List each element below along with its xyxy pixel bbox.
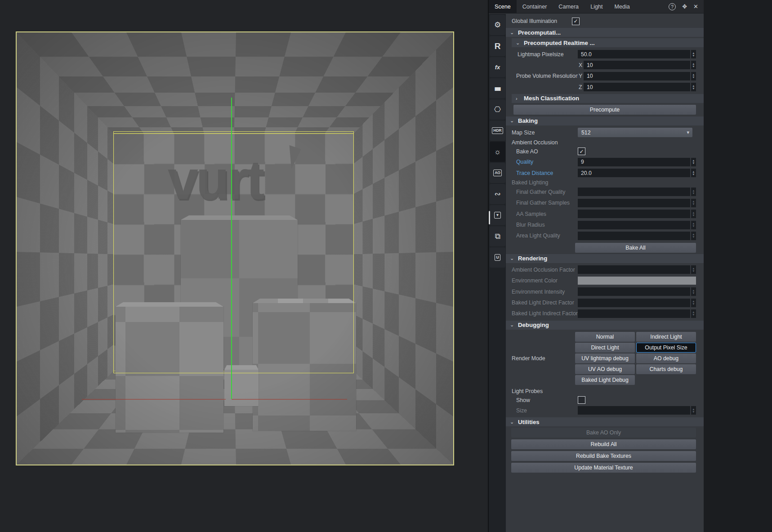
axis-y-label: Y	[578, 73, 584, 79]
section-utilities[interactable]: Utilities	[506, 417, 704, 426]
effects-icon[interactable]: fx	[490, 57, 505, 77]
bake-ao-label: Bake AO	[506, 148, 578, 155]
precompute-button[interactable]: Precompute	[513, 105, 696, 115]
area-light-quality-label: Area Light Quality	[506, 232, 578, 239]
lightmap-pixelsize-row: Lightmap Pixelsize 50.0	[506, 49, 704, 59]
window-buttons: ? ✥ ✕	[669, 0, 704, 13]
blocks-icon[interactable]: ▆▆	[490, 78, 505, 98]
rebuild-all-button[interactable]: Rebuild All	[511, 439, 696, 449]
spinner	[690, 188, 696, 196]
mode-normal-button[interactable]: Normal	[575, 332, 635, 342]
update-material-texture-button[interactable]: Update Material Texture	[511, 463, 696, 473]
mode-charts-debug-button[interactable]: Charts debug	[636, 364, 696, 374]
mode-uv-lightmap-debug-button[interactable]: UV lightmap debug	[575, 353, 635, 363]
baked-light-indirect-factor-label: Baked Light Indirect Factor	[506, 310, 578, 317]
spinner	[690, 199, 696, 207]
trace-distance-label: Trace Distance	[506, 170, 578, 176]
map-size-dropdown[interactable]: 512	[578, 128, 692, 137]
red-axis-line-right	[232, 399, 347, 400]
probe-resolution-y-input[interactable]: 10	[584, 72, 696, 80]
panel-content: Global Illumination Precomputati... Prec…	[506, 14, 704, 532]
trace-distance-row: Trace Distance 20.0	[506, 167, 704, 178]
environment-color-swatch[interactable]	[578, 277, 696, 285]
engine-logo-icon[interactable]: R	[490, 36, 505, 56]
chevron-down-icon	[510, 118, 514, 124]
tab-media[interactable]: Media	[608, 0, 635, 13]
spinner[interactable]	[690, 72, 696, 80]
settings-gear-icon[interactable]: ⚙	[490, 15, 505, 35]
ambient-occlusion-group-label-row: Ambient Occlusion	[506, 139, 704, 147]
chevron-right-icon	[516, 96, 520, 101]
mode-indirect-light-button[interactable]: Indirect Light	[636, 332, 696, 342]
probe-resolution-x-input[interactable]: 10	[584, 61, 696, 69]
global-illumination-checkbox[interactable]	[572, 18, 580, 25]
probe-resolution-z-row: Z 10	[506, 82, 704, 93]
spinner	[690, 221, 696, 229]
render-mode-label: Render Mode	[506, 355, 575, 362]
trace-distance-input[interactable]: 20.0	[578, 169, 696, 177]
empty-background	[704, 0, 772, 532]
size-input	[578, 406, 696, 415]
section-rendering[interactable]: Rendering	[506, 254, 704, 263]
chevron-down-icon	[510, 30, 514, 36]
section-mesh-classification[interactable]: Mesh Classification	[512, 94, 704, 103]
quality-input[interactable]: 9	[578, 158, 696, 166]
render-view[interactable]: vurt	[16, 31, 454, 465]
environment-intensity-input	[578, 287, 696, 296]
rebuild-bake-textures-button[interactable]: Rebuild Bake Textures	[511, 451, 696, 461]
spinner[interactable]	[690, 158, 696, 166]
fullscreen-icon[interactable]: ✥	[682, 3, 687, 10]
hdr-icon[interactable]: HDR	[490, 121, 505, 141]
material-swirl-icon[interactable]: ∾	[490, 184, 505, 204]
spinner[interactable]	[690, 83, 696, 91]
bake-ao-checkbox[interactable]	[578, 148, 585, 155]
final-gather-samples-row: Final Gather Samples	[506, 197, 704, 208]
spinner	[690, 265, 696, 274]
section-precomputation[interactable]: Precomputati...	[506, 28, 704, 37]
aa-samples-input	[578, 210, 696, 218]
probe-resolution-z-input[interactable]: 10	[584, 83, 696, 91]
aa-samples-row: AA Samples	[506, 209, 704, 219]
spinner[interactable]	[690, 61, 696, 69]
tab-scene[interactable]: Scene	[489, 0, 517, 13]
mode-direct-light-button[interactable]: Direct Light	[575, 343, 635, 353]
close-icon[interactable]: ✕	[693, 3, 698, 10]
scroll-indicator[interactable]	[489, 211, 490, 224]
section-debugging[interactable]: Debugging	[506, 321, 704, 330]
archive-icon[interactable]: U	[490, 247, 505, 268]
bake-all-button[interactable]: Bake All	[575, 243, 696, 253]
quality-label: Quality	[506, 159, 578, 165]
texture-export-icon[interactable]: ▼	[490, 205, 505, 225]
mode-output-pixel-size-button[interactable]: Output Pixel Size	[636, 343, 696, 353]
mode-baked-light-debug-button[interactable]: Baked Light Debug	[575, 375, 635, 385]
probe-resolution-x-row: X 10	[506, 60, 704, 71]
help-icon[interactable]: ?	[669, 3, 676, 10]
section-precomputed-realtime[interactable]: Precomputed Realtime ...	[512, 38, 704, 47]
prefab-hexagon-icon[interactable]: ⎔	[490, 99, 505, 120]
tab-light[interactable]: Light	[585, 0, 608, 13]
bake-ao-only-button: Bake AO Only	[511, 428, 696, 438]
lightmap-pixelsize-input[interactable]: 50.0	[578, 50, 696, 58]
section-baking[interactable]: Baking	[506, 116, 704, 125]
environment-intensity-row: Environment Intensity	[506, 286, 704, 297]
mode-uv-ao-debug-button[interactable]: UV AO debug	[575, 364, 635, 374]
mode-ao-debug-button[interactable]: AO debug	[636, 353, 696, 363]
baked-lighting-group-label-row: Baked Lighting	[506, 179, 704, 187]
tab-camera[interactable]: Camera	[553, 0, 585, 13]
show-checkbox[interactable]	[578, 396, 585, 404]
size-label: Size	[506, 407, 578, 414]
mode-grid-empty-cell	[636, 375, 696, 385]
probe-volume-resolution-label: Probe Volume Resolution	[506, 73, 578, 79]
probe-volume-outline	[113, 131, 354, 373]
spinner	[690, 309, 696, 318]
spinner[interactable]	[690, 169, 696, 177]
final-gather-samples-input	[578, 199, 696, 207]
tool-icon-strip: ⚙ R fx ▆▆ ⎔ HDR ☼ AO ∾ ▼ ⧉ U	[489, 14, 506, 532]
ao-icon[interactable]: AO	[490, 163, 505, 183]
tab-container[interactable]: Container	[517, 0, 553, 13]
devices-icon[interactable]: ⧉	[490, 226, 505, 246]
baked-light-direct-factor-label: Baked Light Direct Factor	[506, 300, 578, 306]
show-label: Show	[506, 397, 578, 403]
spinner[interactable]	[690, 50, 696, 58]
global-illumination-icon[interactable]: ☼	[490, 142, 505, 162]
